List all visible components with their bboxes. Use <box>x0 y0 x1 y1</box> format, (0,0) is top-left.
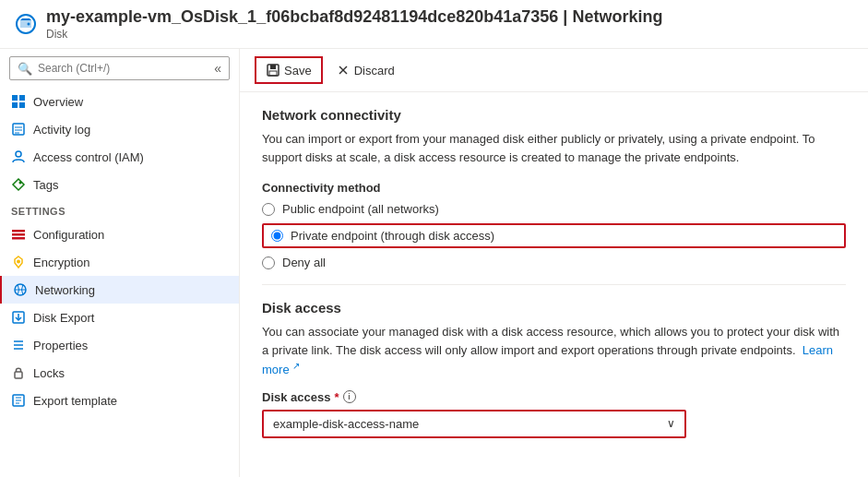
radio-public-label: Public endpoint (all networks) <box>282 202 439 216</box>
content-area: Network connectivity You can import or e… <box>240 92 868 453</box>
svg-rect-30 <box>270 65 276 69</box>
networking-icon <box>13 282 28 297</box>
access-control-icon <box>11 149 26 164</box>
section-divider <box>262 284 846 285</box>
info-icon[interactable]: i <box>343 390 356 403</box>
sidebar-item-tags[interactable]: Tags <box>0 171 239 198</box>
svg-rect-13 <box>12 230 25 233</box>
radio-private-label: Private endpoint (through disk access) <box>291 229 494 243</box>
connectivity-method-radio-group: Public endpoint (all networks) Private e… <box>262 202 846 269</box>
sidebar-label-locks: Locks <box>33 366 65 380</box>
connectivity-method-label: Connectivity method <box>262 181 846 195</box>
svg-rect-15 <box>12 237 25 240</box>
locks-icon <box>11 365 26 380</box>
svg-rect-5 <box>19 102 25 108</box>
sidebar-label-export-template: Export template <box>33 394 117 408</box>
page-subtitle: Disk <box>46 28 662 41</box>
search-input[interactable] <box>38 62 208 75</box>
sidebar-item-encryption[interactable]: Encryption <box>0 248 239 276</box>
properties-icon <box>11 338 26 352</box>
disk-export-icon <box>11 310 26 325</box>
discard-label: Discard <box>354 64 395 78</box>
sidebar-item-configuration[interactable]: Configuration <box>0 221 239 248</box>
export-template-icon <box>11 393 26 408</box>
tags-icon <box>11 177 26 192</box>
network-connectivity-description: You can import or export from your manag… <box>262 130 846 166</box>
sidebar-item-access-control[interactable]: Access control (IAM) <box>0 143 239 171</box>
collapse-button[interactable]: « <box>214 61 221 76</box>
radio-private-selected[interactable]: Private endpoint (through disk access) <box>262 223 846 248</box>
sidebar-label-properties: Properties <box>33 339 88 352</box>
save-label: Save <box>284 64 312 78</box>
svg-marker-11 <box>13 179 24 190</box>
disk-access-section: Disk access You can associate your manag… <box>262 300 846 438</box>
page-header: my-example-vm_OsDisk_1_f06bcbaf8d9248119… <box>0 0 868 49</box>
dropdown-value: example-disk-access-name <box>273 417 419 431</box>
save-icon <box>266 63 280 78</box>
svg-rect-2 <box>12 95 18 101</box>
svg-point-12 <box>19 182 22 185</box>
svg-point-16 <box>17 260 20 264</box>
configuration-icon <box>11 227 26 242</box>
sidebar-item-overview[interactable]: Overview <box>0 88 239 115</box>
radio-public-input[interactable] <box>262 203 275 216</box>
svg-rect-3 <box>19 95 25 101</box>
sidebar-label-overview: Overview <box>33 95 83 109</box>
svg-point-1 <box>28 23 30 26</box>
disk-access-field-label: Disk access * i <box>262 390 846 404</box>
network-connectivity-section: Network connectivity You can import or e… <box>262 107 846 269</box>
discard-button[interactable]: Discard <box>327 58 404 82</box>
radio-deny-input[interactable] <box>262 256 275 269</box>
overview-icon <box>11 94 26 109</box>
sidebar-label-configuration: Configuration <box>33 228 104 242</box>
sidebar-label-disk-export: Disk Export <box>33 311 94 325</box>
network-connectivity-title: Network connectivity <box>262 107 846 123</box>
sidebar-item-export-template[interactable]: Export template <box>0 387 239 414</box>
encryption-icon <box>11 255 26 269</box>
svg-rect-14 <box>12 233 25 236</box>
sidebar-label-activity-log: Activity log <box>33 123 90 137</box>
toolbar: Save Discard <box>240 49 868 92</box>
external-link-icon: ↗ <box>292 361 300 371</box>
chevron-down-icon: ∨ <box>667 417 675 430</box>
sidebar-label-networking: Networking <box>35 283 95 297</box>
disk-icon <box>15 13 37 35</box>
svg-point-10 <box>16 151 21 157</box>
settings-section-header: Settings <box>0 198 239 221</box>
svg-rect-24 <box>15 372 22 378</box>
sidebar-label-tags: Tags <box>33 178 58 192</box>
sidebar-item-activity-log[interactable]: Activity log <box>0 115 239 143</box>
disk-access-dropdown[interactable]: example-disk-access-name ∨ <box>262 410 686 438</box>
save-button[interactable]: Save <box>255 56 323 84</box>
search-icon: 🔍 <box>18 62 32 76</box>
radio-private-input[interactable] <box>271 230 283 242</box>
sidebar-label-access-control: Access control (IAM) <box>33 150 144 164</box>
sidebar-label-encryption: Encryption <box>33 256 89 269</box>
sidebar-item-networking[interactable]: Networking <box>0 276 239 304</box>
radio-deny-label: Deny all <box>282 256 326 269</box>
main-content: Save Discard Network connectivity You ca… <box>240 49 868 477</box>
radio-public[interactable]: Public endpoint (all networks) <box>262 202 846 216</box>
sidebar-item-disk-export[interactable]: Disk Export <box>0 304 239 331</box>
radio-deny[interactable]: Deny all <box>262 256 846 269</box>
search-box[interactable]: 🔍 « <box>9 56 230 80</box>
disk-access-title: Disk access <box>262 300 846 316</box>
sidebar-item-properties[interactable]: Properties <box>0 331 239 359</box>
page-title: my-example-vm_OsDisk_1_f06bcbaf8d9248119… <box>46 7 662 27</box>
svg-rect-4 <box>12 102 18 108</box>
discard-icon <box>336 63 351 78</box>
sidebar-item-locks[interactable]: Locks <box>0 359 239 387</box>
disk-access-description: You can associate your managed disk with… <box>262 323 846 379</box>
activity-log-icon <box>11 122 26 137</box>
required-indicator: * <box>334 390 339 404</box>
sidebar: 🔍 « Overview Activity log Access control… <box>0 49 240 477</box>
